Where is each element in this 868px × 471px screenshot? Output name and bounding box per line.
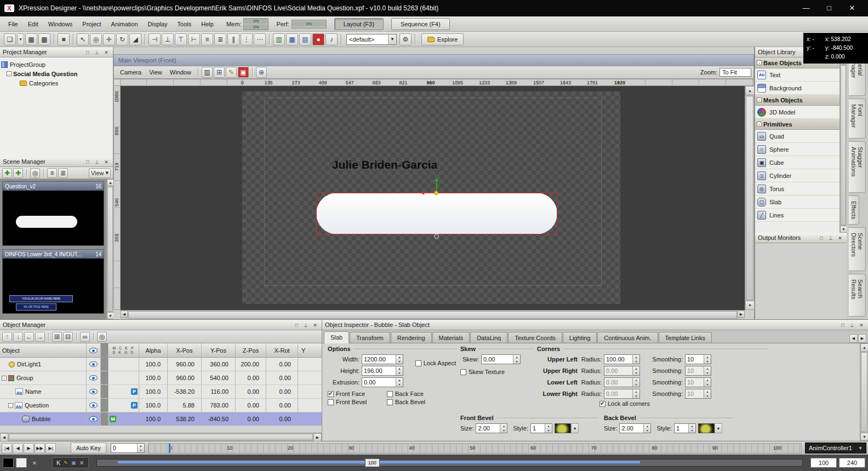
spinner-arrows-icon[interactable]: ▲▼ [688, 424, 695, 433]
tab-search-results[interactable]: Search Results [849, 274, 866, 317]
current-frame-input[interactable]: 0 ▲▼ [111, 443, 145, 453]
float-panel-icon[interactable]: □ [84, 158, 92, 165]
column-object[interactable]: Object [0, 343, 87, 357]
upper-left-smoothing-input[interactable]: 10 ▲▼ [685, 354, 711, 364]
menu-display[interactable]: Display [143, 19, 173, 29]
anim-controller-dropdown[interactable]: AnimController1 ▼ [805, 443, 866, 453]
front-bevel-checkbox[interactable]: Front Bevel [328, 399, 387, 405]
scene-title-bar[interactable]: DINFOS Lower 3rd_4 IN/OUT... 14 [3, 250, 104, 259]
tab-lighting[interactable]: Lighting [563, 332, 597, 343]
grid-toggle-button[interactable]: ▦ [286, 33, 298, 45]
list-view-icon[interactable]: ≡ [47, 168, 57, 178]
close-panel-icon[interactable]: ✕ [102, 49, 110, 56]
black-swatch-button[interactable] [3, 458, 14, 468]
spinner-arrows-icon[interactable]: ▲▼ [396, 355, 403, 364]
space-evenly-button[interactable]: ⋯ [254, 33, 266, 45]
menu-camera[interactable]: Camera [116, 67, 145, 77]
lock-all-corners-checkbox[interactable]: Lock all corners [599, 400, 650, 407]
layout-mode-button[interactable]: Layout (F3) [334, 18, 384, 30]
globe-icon[interactable]: ⊕ [256, 67, 267, 78]
tab-texture-coords[interactable]: Texture Coords [508, 332, 562, 343]
library-item-cylinder[interactable]: ▯ Cylinder [755, 169, 840, 182]
move-down-icon[interactable]: ↓ [13, 332, 23, 342]
tabs-scroll-right-icon[interactable]: ▶ [858, 334, 866, 343]
width-input[interactable]: 1200.00 ▲▼ [362, 354, 403, 364]
visibility-eye-icon[interactable] [89, 375, 98, 381]
gizmo-origin-handle[interactable] [434, 191, 438, 195]
float-panel-icon[interactable]: □ [84, 49, 92, 56]
float-panel-icon[interactable]: □ [839, 321, 847, 329]
library-item-torus[interactable]: ◎ Torus [755, 182, 840, 196]
library-item-quad[interactable]: ▭ Quad [755, 130, 840, 143]
indent-icon[interactable]: → [35, 332, 45, 342]
render-settings-button[interactable]: ⚙ [399, 33, 412, 45]
scene-name-text[interactable]: Julie Briden-Garcia [332, 158, 438, 171]
audio-button[interactable]: ♪ [326, 33, 338, 45]
scroll-down-icon[interactable]: ▼ [860, 433, 868, 441]
section-mesh-objects[interactable]: - Mesh Objects [755, 95, 840, 106]
go-to-end-button[interactable]: ▶| [45, 443, 56, 453]
expand-tree-icon[interactable]: ⊞ [52, 332, 62, 342]
rotation-handle[interactable] [434, 234, 439, 239]
library-item-text[interactable]: Text [755, 68, 840, 82]
white-swatch-button[interactable] [16, 458, 27, 468]
display-mode-icon[interactable]: ▥ [202, 67, 213, 78]
pin-panel-icon[interactable]: ⊥ [93, 158, 101, 165]
select-tool[interactable]: ↖ [77, 33, 89, 45]
front-bevel-size-input[interactable]: 2.00 ▲▼ [476, 423, 507, 433]
scene-card[interactable]: DINFOS Lower 3rd_4 IN/OUT... 14 YOUJLJKJ… [2, 249, 104, 314]
align-center-button[interactable]: ≡ [201, 33, 213, 45]
distribute-h-button[interactable]: ∥ [227, 33, 239, 45]
table-row-group[interactable]: - Group 100.0 960.00 540.00 0.00 0.00 [0, 371, 322, 385]
scroll-left-icon[interactable]: ◀ [121, 311, 128, 318]
search-icon[interactable]: ◎ [97, 332, 107, 342]
close-panel-icon[interactable]: ✕ [858, 321, 865, 329]
library-item-sphere[interactable]: ○ Sphere [755, 143, 840, 156]
collapse-icon[interactable]: - [2, 376, 7, 381]
open-project-button[interactable]: ❏ [4, 33, 16, 45]
section-primitives[interactable]: - Primitives [755, 119, 840, 130]
menu-view[interactable]: View [145, 67, 166, 77]
spinner-arrows-icon[interactable]: ▲▼ [704, 366, 711, 375]
move-tool[interactable]: ✛ [103, 33, 115, 45]
front-bevel-style-input[interactable]: 1 ▲▼ [530, 423, 552, 433]
menu-edit[interactable]: Edit [23, 19, 43, 29]
library-item-background[interactable]: Background [755, 82, 840, 95]
spinner-arrows-icon[interactable]: ▲▼ [137, 444, 144, 452]
column-zpos[interactable]: Z-Pos [236, 343, 266, 357]
menu-tools[interactable]: Tools [173, 19, 197, 29]
back-bevel-style-input[interactable]: 1 ▲▼ [674, 423, 696, 433]
lower-left-radius-input[interactable]: 0.00 ▲▼ [604, 377, 640, 387]
scale-tool[interactable]: ◢ [129, 33, 141, 45]
scroll-right-icon[interactable]: ▶ [738, 311, 745, 318]
tree-item-categories[interactable]: Categories [1, 78, 112, 88]
pin-panel-icon[interactable]: ⊥ [302, 321, 310, 329]
pin-panel-icon[interactable]: ⊥ [827, 234, 835, 242]
close-icon[interactable]: ✕ [79, 459, 84, 467]
step-forward-button[interactable]: ▶▶ [35, 443, 45, 453]
collapse-icon[interactable]: - [757, 97, 762, 102]
column-ypos[interactable]: Y-Pos [202, 343, 236, 357]
pin-panel-icon[interactable]: ⊥ [848, 321, 856, 329]
align-bottom-button[interactable]: ⊥ [162, 33, 174, 45]
spinner-arrows-icon[interactable]: ▲▼ [500, 424, 507, 433]
spinner-arrows-icon[interactable]: ▲▼ [632, 366, 639, 375]
maximize-button[interactable]: □ [818, 0, 841, 16]
explore-button[interactable]: Explore [421, 33, 464, 45]
float-panel-icon[interactable]: □ [293, 321, 300, 329]
visibility-eye-icon[interactable] [89, 416, 98, 422]
combobox-arrow-icon[interactable]: ▼ [388, 35, 396, 44]
scroll-left-icon[interactable]: ◀ [0, 433, 8, 441]
menu-file[interactable]: File [3, 19, 23, 29]
scrollbar-thumb[interactable] [841, 65, 846, 225]
column-xpos[interactable]: X-Pos [168, 343, 202, 357]
add-scene-group-icon[interactable]: ✚ [13, 168, 23, 178]
spinner-arrows-icon[interactable]: ▲▼ [396, 378, 403, 387]
zoom-tool[interactable]: ◎ [90, 33, 102, 45]
render-preset-combobox[interactable]: <default> ▼ [346, 34, 397, 45]
collapse-icon[interactable]: - [757, 122, 762, 127]
object-manager-scrollbar[interactable]: ◀ ▶ [0, 433, 322, 441]
visibility-eye-icon[interactable] [89, 403, 98, 408]
range-out-input[interactable]: 240 [839, 458, 865, 468]
viewport-canvas[interactable]: Julie Briden-Garcia [121, 86, 745, 310]
